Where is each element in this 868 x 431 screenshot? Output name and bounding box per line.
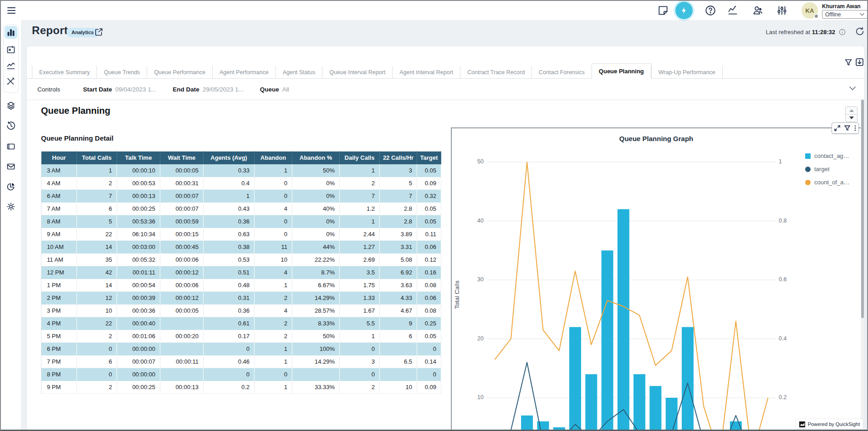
envelope-icon[interactable] — [6, 162, 15, 171]
bar-11-am[interactable] — [602, 250, 613, 431]
value-cell: 00:00:06 — [160, 279, 204, 292]
help-icon[interactable] — [705, 5, 716, 16]
legend-item-target[interactable]: target — [805, 162, 849, 176]
value-cell: 0.11 — [417, 228, 441, 241]
table-row[interactable]: 4 PM2200:00:400.6128.33%5.590.25 — [41, 317, 441, 330]
tab-agent-interval-report[interactable]: Agent Interval Report — [392, 66, 460, 79]
bar-1-pm[interactable] — [633, 374, 645, 431]
bar-4-pm[interactable] — [682, 327, 694, 431]
table-row[interactable]: 6 PM000:00:0001100%00 — [41, 343, 441, 355]
table-row[interactable]: 9 PM200:00:2500:00:130.2133.33%2100.09 — [41, 381, 441, 394]
column-header-abandon[interactable]: Abandon % — [292, 152, 340, 164]
table-row[interactable]: 8 PM000:00:000000 — [41, 368, 441, 381]
control-filter-start-date[interactable]: Start Date09/04/2023 1... — [83, 86, 156, 93]
bar-3-pm[interactable] — [666, 398, 678, 431]
control-filter-queue[interactable]: QueueAll — [260, 86, 289, 93]
value-cell: 0 — [340, 368, 380, 381]
tab-wrap-up-performance[interactable]: Wrap-Up Performance — [651, 66, 723, 79]
bar-9-am[interactable] — [569, 327, 581, 431]
layers-icon[interactable] — [6, 101, 15, 110]
column-header-wait-time[interactable]: Wait Time — [160, 152, 204, 164]
hamburger-menu-icon[interactable] — [6, 5, 17, 16]
table-row[interactable]: 3 PM1000:00:3600:00:050.36428.57%1.674.6… — [41, 304, 441, 317]
column-header-talk-time[interactable]: Talk Time — [117, 152, 160, 164]
value-cell: 00:00:07 — [160, 190, 204, 203]
bar-10-am[interactable] — [585, 374, 597, 431]
column-header-daily-calls[interactable]: Daily Calls — [340, 152, 380, 164]
filter-icon[interactable] — [844, 125, 850, 131]
refresh-icon[interactable] — [855, 26, 865, 36]
table-row[interactable]: 8 AM500:53:3600:00:590.3600%12.80.05 — [41, 215, 441, 228]
chevron-down-icon[interactable] — [849, 86, 856, 93]
design-icon[interactable] — [6, 76, 15, 86]
lightning-bolt-icon[interactable] — [675, 2, 693, 19]
hour-cell: 4 AM — [41, 177, 77, 190]
table-row[interactable]: 4 AM200:00:5300:00:310.400%250.09 — [41, 177, 441, 190]
table-row[interactable]: 7 AM600:00:2500:00:070.43440%1.22.80.05 — [41, 203, 441, 215]
table-row[interactable]: 10 AM1400:03:0000:00:450.381144%1.273.31… — [41, 241, 441, 254]
pie-chart-icon[interactable] — [6, 182, 15, 191]
value-cell: 6 — [380, 330, 417, 343]
table-row[interactable]: 9 AM2206:10:3400:00:150.6300%2.443.890.1… — [41, 228, 441, 241]
column-header-target[interactable]: Target — [417, 152, 441, 164]
value-cell: 0 — [417, 343, 441, 355]
agents-icon[interactable] — [751, 5, 764, 16]
tab-contact-forensics[interactable]: Contact Forensics — [531, 66, 592, 79]
tab-executive-summary[interactable]: Executive Summary — [32, 66, 97, 79]
bar-6-am[interactable] — [521, 416, 533, 431]
table-row[interactable]: 11 AM3500:05:3200:00:060.531022.22%2.695… — [41, 254, 441, 266]
value-cell: 5.5 — [340, 317, 380, 330]
avatar[interactable]: KA — [802, 2, 818, 19]
chart-panel[interactable]: Queue Planning Graph contact_ag…targetco… — [451, 127, 862, 431]
table-row[interactable]: 1 PM1400:00:5400:00:060.4816.67%1.753.63… — [41, 279, 441, 292]
table-row[interactable]: 12 PM4200:01:1100:00:120.5148.7%3.56.920… — [41, 266, 441, 279]
info-icon[interactable] — [839, 29, 846, 35]
value-cell: 12 — [77, 292, 117, 304]
expand-icon[interactable] — [834, 125, 840, 131]
legend-item-count-of-a[interactable]: count_of_a… — [805, 176, 849, 189]
column-header-hour[interactable]: Hour — [41, 152, 77, 164]
step-up-button[interactable] — [846, 107, 857, 114]
bar-2-pm[interactable] — [649, 386, 661, 431]
combo-chart[interactable] — [487, 157, 776, 431]
table-row[interactable]: 2 PM1200:00:3900:00:120.31214.29%1.334.3… — [41, 292, 441, 304]
calendar-icon[interactable] — [6, 45, 15, 54]
scrollbar-thumb[interactable] — [861, 100, 864, 318]
table-row[interactable]: 6 AM700:00:1300:00:07100%770.32 — [41, 190, 441, 203]
tab-queue-performance[interactable]: Queue Performance — [147, 66, 212, 79]
column-header-total-calls[interactable]: Total Calls — [77, 152, 117, 164]
column-header-agents-avg[interactable]: Agents (Avg) — [204, 152, 255, 164]
line-series-count-of-a[interactable] — [495, 162, 768, 431]
column-header-22-calls-hr[interactable]: 22 Calls/Hr — [380, 152, 417, 164]
control-filter-end-date[interactable]: End Date29/05/2023 1... — [173, 86, 244, 93]
legend-item-contact-ag[interactable]: contact_ag… — [805, 149, 849, 162]
bar-8-am[interactable] — [553, 427, 565, 431]
table-row[interactable]: 5 PM200:01:0600:00:200.17250%160.05 — [41, 330, 441, 343]
tab-queue-trends[interactable]: Queue Trends — [97, 66, 147, 79]
external-link-icon[interactable] — [94, 27, 103, 36]
window-icon[interactable] — [6, 142, 15, 151]
tab-queue-planning[interactable]: Queue Planning — [592, 63, 651, 79]
kebab-menu-icon[interactable] — [854, 125, 856, 131]
line-chart-icon[interactable] — [6, 61, 15, 70]
tab-queue-interval-report[interactable]: Queue Interval Report — [322, 66, 392, 79]
insights-icon[interactable] — [727, 5, 739, 16]
value-cell: 0.08 — [417, 279, 441, 292]
tab-agent-status[interactable]: Agent Status — [276, 66, 322, 79]
history-icon[interactable] — [6, 121, 15, 130]
table-row[interactable]: 3 AM100:00:1000:00:050.33150%130.05 — [41, 164, 441, 177]
step-down-button[interactable] — [846, 114, 857, 122]
settings-sliders-icon[interactable] — [776, 5, 788, 16]
y-left-tick: 40 — [469, 218, 484, 224]
bar-12-pm[interactable] — [618, 209, 629, 431]
tab-contract-trace-record[interactable]: Contract Trace Record — [460, 66, 531, 79]
tab-agent-performance[interactable]: Agent Performance — [212, 66, 276, 79]
bar-chart-icon[interactable] — [6, 28, 15, 37]
value-cell: 42 — [77, 266, 117, 279]
note-icon[interactable] — [657, 5, 669, 16]
column-header-abandon[interactable]: Abandon — [255, 152, 292, 164]
status-select[interactable]: Offline — [822, 10, 868, 19]
last-refreshed: Last refreshed at 11:28:32 — [739, 29, 835, 35]
table-row[interactable]: 7 PM600:00:0700:00:110.46114.29%36.50.14 — [41, 355, 441, 368]
gear-icon[interactable] — [6, 202, 15, 211]
